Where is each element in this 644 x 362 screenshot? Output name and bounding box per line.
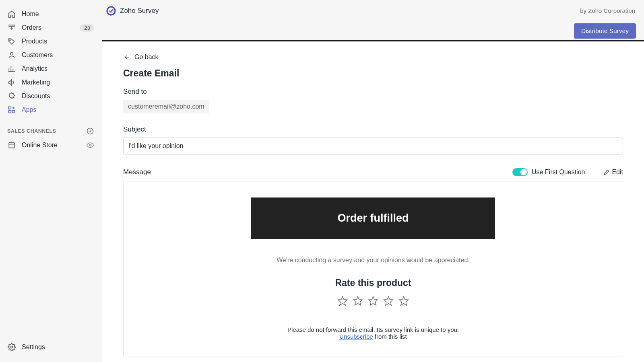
svg-marker-9 [338,296,347,305]
email-preview-body: We're conducting a survey and your opini… [251,239,495,348]
use-first-question-toggle[interactable] [512,168,528,176]
sidebar-item-products[interactable]: Products [0,35,102,48]
sidebar-item-label: Home [22,10,39,18]
store-icon [7,141,16,150]
sidebar-item-label: Marketing [22,79,50,86]
sidebar-item-label: Analytics [22,65,47,72]
email-preview-header: Order fulfilled [251,197,495,239]
sidebar-item-label: Settings [22,343,45,351]
topbar: Zoho Survey by Zoho Corporation [102,0,644,21]
intro-text: We're conducting a survey and your opini… [263,257,483,264]
app-name: Zoho Survey [120,7,159,15]
sidebar-item-settings[interactable]: Settings [0,340,102,354]
sidebar-item-discounts[interactable]: Discounts [0,89,102,103]
sidebar-item-apps[interactable]: Apps [0,103,102,117]
arrow-left-icon [123,54,131,60]
chart-icon [7,64,16,73]
sidebar-item-label: Discounts [22,93,50,100]
app-brand: Zoho Survey [106,6,159,16]
gear-icon [7,343,16,352]
email-preview-container: Order fulfilled We're conducting a surve… [123,181,623,356]
megaphone-icon [7,78,16,87]
svg-point-0 [10,40,10,41]
star-rating [263,296,483,306]
footer-line-2-suffix: from this list [373,333,407,340]
use-first-question-label: Use First Question [532,169,585,176]
svg-rect-4 [9,111,11,113]
page-title: Create Email [123,68,623,79]
section-header-label: SALES CHANNELS [7,128,56,134]
sidebar-item-label: Apps [22,106,36,113]
sidebar-item-analytics[interactable]: Analytics [0,62,102,76]
subject-input[interactable] [123,138,623,154]
home-icon [7,10,16,19]
distribute-survey-button[interactable]: Distribute Survey [574,23,636,39]
go-back-label: Go back [134,53,159,61]
svg-marker-13 [399,296,408,305]
edit-label: Edit [612,169,623,176]
star-3-icon[interactable] [368,296,378,306]
svg-marker-12 [384,296,393,305]
main-content: Zoho Survey by Zoho Corporation Distribu… [102,0,644,362]
content: Go back Create Email Send to customerema… [102,41,644,362]
star-2-icon[interactable] [353,296,363,306]
sidebar-item-orders[interactable]: Orders 23 [0,21,102,35]
sidebar: Home Orders 23 Products Customers Analyt… [0,0,102,362]
rate-title: Rate this product [263,278,483,288]
go-back-link[interactable]: Go back [123,53,623,61]
eye-icon[interactable] [86,141,94,149]
message-label: Message [123,168,151,176]
sidebar-item-label: Online Store [22,142,58,149]
star-4-icon[interactable] [383,296,394,306]
orders-icon [7,23,16,32]
actionbar: Distribute Survey [102,21,644,41]
svg-rect-3 [12,111,15,113]
byline: by Zoho Corporation [580,7,635,14]
pencil-icon [603,169,609,175]
discount-icon [7,92,16,101]
message-header-row: Message Use First Question Edit [123,168,623,176]
sidebar-item-label: Customers [22,51,53,59]
apps-icon [7,105,16,114]
svg-marker-10 [353,296,362,305]
sidebar-item-home[interactable]: Home [0,7,102,21]
subject-label: Subject [123,125,623,134]
svg-rect-2 [9,107,11,109]
zoho-survey-logo-icon [106,6,116,16]
tag-icon [7,37,16,46]
sidebar-item-online-store[interactable]: Online Store [0,138,102,152]
sidebar-item-label: Products [22,38,47,45]
sidebar-item-label: Orders [22,24,41,31]
svg-point-6 [89,144,91,146]
send-to-label: Send to [123,88,623,96]
star-5-icon[interactable] [398,296,409,306]
svg-point-7 [11,346,13,348]
user-icon [7,51,16,60]
unsubscribe-link[interactable]: Unsubscribe [339,333,373,340]
edit-link[interactable]: Edit [603,169,623,176]
star-1-icon[interactable] [337,296,348,306]
footer-line-1: Please do not forward this email. Its su… [263,326,483,333]
orders-badge: 23 [80,24,94,32]
sidebar-item-customers[interactable]: Customers [0,48,102,62]
email-preview: Order fulfilled We're conducting a surve… [251,197,495,348]
use-first-question-toggle-wrap: Use First Question [512,168,585,176]
svg-marker-11 [369,296,378,305]
sidebar-item-marketing[interactable]: Marketing [0,76,102,89]
add-channel-icon[interactable] [86,127,94,135]
svg-point-1 [10,52,13,55]
footer-line-2: Unsubscribe from this list [263,333,483,340]
sales-channels-header: SALES CHANNELS [0,117,102,138]
send-to-value: customeremail@zoho.com [123,100,209,113]
